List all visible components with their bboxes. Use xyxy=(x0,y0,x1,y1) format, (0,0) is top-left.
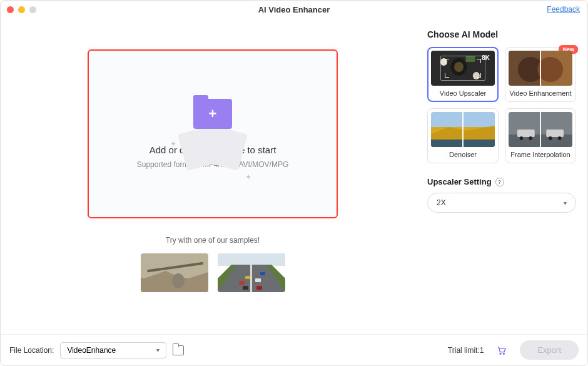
footer: File Location: VideoEnhance ▾ Trial limi… xyxy=(1,334,587,365)
svg-rect-0 xyxy=(141,253,208,278)
svg-point-3 xyxy=(172,273,185,288)
sample-video-1[interactable] xyxy=(141,253,208,292)
traffic-lights xyxy=(7,6,36,13)
svg-rect-15 xyxy=(256,286,262,290)
upscaler-8k-badge: 8K xyxy=(482,54,490,61)
file-location-value: VideoEnhance xyxy=(67,346,116,355)
model-label: Frame Interpolation xyxy=(509,151,572,160)
trial-limit: Trial limit:1 xyxy=(448,346,484,355)
cart-icon[interactable] xyxy=(496,345,507,355)
svg-rect-11 xyxy=(245,276,250,279)
svg-rect-31 xyxy=(462,112,464,147)
help-icon[interactable]: ? xyxy=(495,178,504,186)
model-label: Video Upscaler xyxy=(431,89,495,98)
upscaler-value: 2X xyxy=(437,198,446,207)
right-panel: Choose AI Model 8K xyxy=(425,18,587,334)
upscaler-select[interactable]: 2X ▾ xyxy=(427,193,576,213)
upscaler-frame-overlay xyxy=(440,56,485,81)
main-area: ✦ ✦ + Add or drag video here to start Su… xyxy=(1,18,587,334)
svg-rect-34 xyxy=(517,130,535,137)
svg-point-25 xyxy=(537,57,563,82)
browse-folder-button[interactable] xyxy=(173,345,184,355)
model-card-video-upscaler[interactable]: 8K Video Upscaler xyxy=(427,47,499,102)
svg-rect-12 xyxy=(255,278,261,282)
file-location-label: File Location: xyxy=(9,346,54,355)
upscaler-heading-text: Upscaler Setting xyxy=(427,177,492,186)
model-heading: Choose AI Model xyxy=(427,29,576,39)
left-panel: ✦ ✦ + Add or drag video here to start Su… xyxy=(1,18,425,334)
chevron-down-icon: ▾ xyxy=(564,200,567,206)
minimize-window-button[interactable] xyxy=(18,6,25,13)
titlebar: AI Video Enhancer Feedback xyxy=(1,1,587,18)
sparkle-decor: ✦ xyxy=(170,140,176,148)
svg-rect-5 xyxy=(218,253,285,266)
svg-rect-35 xyxy=(546,130,564,137)
model-grid: 8K Video Upscaler New Video Enhancement xyxy=(427,47,576,163)
svg-point-39 xyxy=(558,136,562,140)
upscaler-setting-heading: Upscaler Setting ? xyxy=(427,177,576,186)
sample-video-2[interactable] xyxy=(218,253,285,292)
model-card-frame-interpolation[interactable]: Frame Interpolation xyxy=(505,108,576,163)
feedback-link[interactable]: Feedback xyxy=(547,5,580,14)
model-card-video-enhancement[interactable]: New Video Enhancement xyxy=(505,47,576,102)
samples-label: Try with one of our samples! xyxy=(166,236,260,245)
svg-rect-13 xyxy=(260,272,265,275)
close-window-button[interactable] xyxy=(7,6,14,13)
file-location-select[interactable]: VideoEnhance ▾ xyxy=(60,342,166,358)
maximize-window-button[interactable] xyxy=(29,6,36,13)
chevron-down-icon: ▾ xyxy=(156,347,160,353)
folder-plus-icon: + xyxy=(193,99,232,129)
model-label: Video Enhancement xyxy=(509,89,572,98)
svg-rect-14 xyxy=(243,286,248,290)
export-button[interactable]: Export xyxy=(520,340,579,360)
svg-rect-26 xyxy=(540,51,541,86)
svg-rect-9 xyxy=(250,265,252,292)
samples-row xyxy=(141,253,285,292)
model-label: Denoiser xyxy=(431,151,495,160)
sparkle-decor: ✦ xyxy=(245,173,251,181)
window-title: AI Video Enhancer xyxy=(258,5,330,14)
svg-point-41 xyxy=(500,353,501,354)
svg-point-38 xyxy=(549,136,552,140)
svg-point-37 xyxy=(529,136,532,140)
svg-point-42 xyxy=(504,353,505,354)
model-card-denoiser[interactable]: Denoiser xyxy=(427,108,499,163)
background-papers-decor xyxy=(181,126,244,170)
video-dropzone[interactable]: ✦ ✦ + Add or drag video here to start Su… xyxy=(88,49,338,218)
svg-rect-10 xyxy=(239,281,245,285)
svg-rect-40 xyxy=(540,112,541,147)
svg-point-36 xyxy=(520,136,524,140)
